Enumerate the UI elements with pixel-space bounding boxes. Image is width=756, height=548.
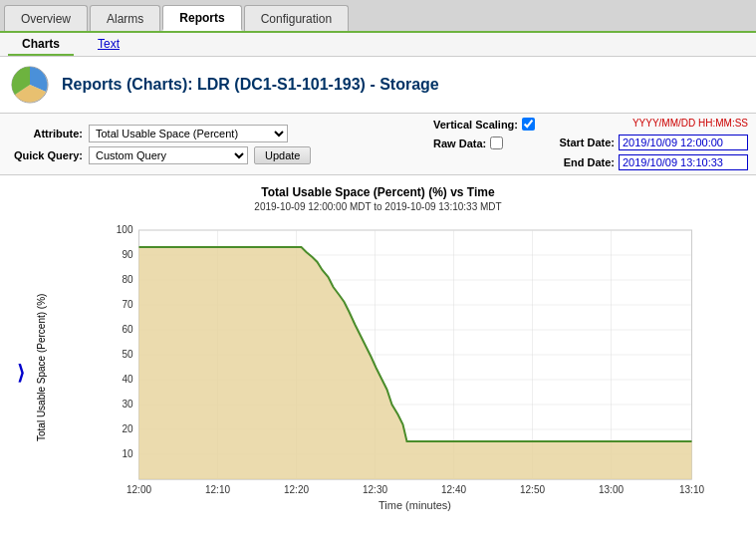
svg-text:20: 20 <box>122 423 133 434</box>
svg-text:90: 90 <box>122 249 133 260</box>
end-date-row: End Date: <box>555 154 748 170</box>
expand-icon[interactable]: ⟩ <box>17 361 25 385</box>
attribute-label: Attribute: <box>8 128 83 139</box>
svg-text:12:40: 12:40 <box>441 484 466 495</box>
svg-text:12:10: 12:10 <box>205 484 230 495</box>
raw-data-row: Raw Data: <box>433 137 535 149</box>
tab-configuration[interactable]: Configuration <box>244 5 349 31</box>
controls-section: Attribute: Total Usable Space (Percent) … <box>0 114 756 175</box>
end-date-input[interactable] <box>619 154 748 170</box>
quick-query-select[interactable]: Custom Query <box>89 146 248 164</box>
end-date-label: End Date: <box>555 156 615 168</box>
tab-alarms[interactable]: Alarms <box>90 5 160 31</box>
raw-data-checkbox[interactable] <box>490 137 503 149</box>
svg-text:100: 100 <box>117 224 133 235</box>
vertical-scaling-checkbox[interactable] <box>522 118 535 131</box>
sub-tab-bar: Charts Text <box>0 33 756 57</box>
chart-title: Total Usable Space (Percent) (%) vs Time <box>10 185 746 199</box>
svg-text:50: 50 <box>122 349 133 360</box>
vertical-scaling-label: Vertical Scaling: <box>433 119 518 131</box>
start-date-label: Start Date: <box>555 137 615 148</box>
start-date-input[interactable] <box>619 135 748 150</box>
svg-text:10: 10 <box>122 448 133 459</box>
chart-svg: 100 90 80 70 60 50 40 30 20 10 12:00 12:… <box>50 220 746 514</box>
svg-text:12:20: 12:20 <box>284 484 309 495</box>
page-title: Reports (Charts): LDR (DC1-S1-101-193) -… <box>62 76 439 94</box>
chart-container: ⟩ Total Usable Space (Percent) (%) <box>10 220 746 514</box>
chart-wrapper: 100 90 80 70 60 50 40 30 20 10 12:00 12:… <box>50 220 746 514</box>
chart-area: Total Usable Space (Percent) (%) vs Time… <box>0 175 756 524</box>
chart-subtitle: 2019-10-09 12:00:00 MDT to 2019-10-09 13… <box>10 201 746 212</box>
vertical-scaling-row: Vertical Scaling: <box>433 118 535 131</box>
svg-text:12:00: 12:00 <box>126 484 151 495</box>
svg-text:12:50: 12:50 <box>520 484 545 495</box>
svg-text:80: 80 <box>122 274 133 285</box>
svg-text:Time (minutes): Time (minutes) <box>378 499 451 511</box>
quick-query-label: Quick Query: <box>8 149 83 161</box>
svg-text:60: 60 <box>122 324 133 335</box>
left-controls: Attribute: Total Usable Space (Percent) … <box>8 125 425 164</box>
svg-text:13:00: 13:00 <box>599 484 624 495</box>
quick-query-row: Quick Query: Custom Query Update <box>8 146 425 164</box>
svg-text:13:10: 13:10 <box>679 484 704 495</box>
header-section: Reports (Charts): LDR (DC1-S1-101-193) -… <box>0 57 756 114</box>
y-axis-label: Total Usable Space (Percent) (%) <box>32 220 50 514</box>
raw-data-label: Raw Data: <box>433 137 486 149</box>
start-date-row: Start Date: <box>555 135 748 150</box>
date-section: YYYY/MM/DD HH:MM:SS Start Date: End Date… <box>555 118 748 170</box>
right-controls: Vertical Scaling: Raw Data: YYYY/MM/DD H… <box>433 118 748 170</box>
svg-text:30: 30 <box>122 399 133 410</box>
svg-text:40: 40 <box>122 374 133 385</box>
attribute-select[interactable]: Total Usable Space (Percent) <box>89 125 288 142</box>
pie-chart-icon <box>10 65 50 105</box>
attribute-row: Attribute: Total Usable Space (Percent) <box>8 125 425 142</box>
svg-text:70: 70 <box>122 299 133 310</box>
sub-tab-charts[interactable]: Charts <box>8 35 74 56</box>
svg-text:12:30: 12:30 <box>363 484 387 495</box>
date-format-label: YYYY/MM/DD HH:MM:SS <box>555 118 748 129</box>
sub-tab-text[interactable]: Text <box>84 35 133 56</box>
tab-reports[interactable]: Reports <box>162 5 241 31</box>
tab-bar: Overview Alarms Reports Configuration <box>0 0 756 33</box>
tab-overview[interactable]: Overview <box>4 5 88 31</box>
update-button[interactable]: Update <box>254 146 311 164</box>
